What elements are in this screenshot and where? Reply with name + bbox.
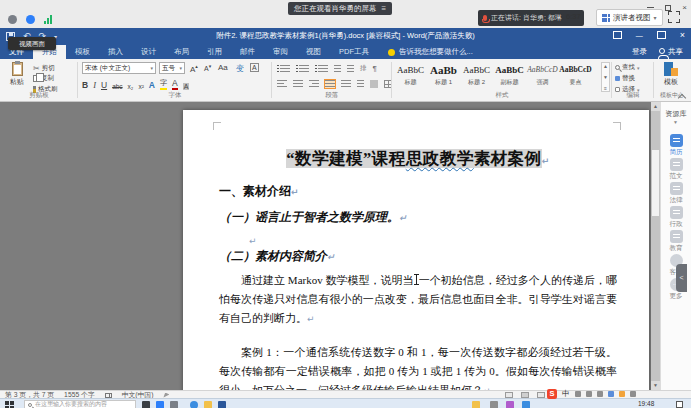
taskbar-app-icon[interactable] <box>170 401 178 408</box>
document-page[interactable]: “数学建模”课程思政教学素材案例↵ 一、素材介绍↵ （一）谣言止于智者之数学原理… <box>183 110 649 390</box>
phonetic-guide-button[interactable]: 变 <box>236 63 244 74</box>
sort-icon[interactable]: 排 <box>360 64 367 73</box>
replace-button[interactable]: 替换 <box>615 74 635 83</box>
proofing-icon[interactable] <box>105 393 112 398</box>
tab-pdf-tools[interactable]: PDF工具 <box>330 45 378 59</box>
scroll-up-icon[interactable]: ▲ <box>651 102 660 111</box>
style-subtitle[interactable]: AaBbC 副标题 <box>493 62 526 92</box>
word-minimize-icon[interactable]: — <box>636 32 643 39</box>
ime-emoji-icon[interactable] <box>586 391 592 397</box>
character-border-button[interactable]: A <box>250 63 259 72</box>
mic-icon[interactable] <box>597 391 603 397</box>
underline-button[interactable]: U <box>101 80 107 90</box>
scroll-down-icon[interactable]: ▼ <box>651 381 660 390</box>
distribute-icon[interactable] <box>341 80 351 88</box>
superscript-button[interactable]: x² <box>138 83 143 90</box>
font-size-combo[interactable]: 五号 ▾ <box>159 62 185 74</box>
scroll-up-icon[interactable]: ▲ <box>603 63 608 69</box>
taskbar-app-icon[interactable] <box>142 401 150 408</box>
browser-icon[interactable] <box>190 401 198 408</box>
tab-references[interactable]: 引用 <box>198 45 231 59</box>
copy-button[interactable]: 复制 <box>33 74 54 83</box>
style-emphasis[interactable]: AaBbCcD 强调 <box>526 62 559 92</box>
minimize-icon[interactable] <box>647 7 654 8</box>
tab-layout[interactable]: 布局 <box>165 45 198 59</box>
taskbar-clock[interactable]: 19:48 <box>638 400 654 407</box>
show-marks-icon[interactable]: ¶ <box>373 64 377 73</box>
increase-indent-icon[interactable] <box>347 65 354 72</box>
fullscreen-button[interactable] <box>668 11 680 23</box>
close-icon[interactable]: × <box>682 3 687 12</box>
keyboard-icon[interactable] <box>608 391 614 397</box>
sidebar-item-legal[interactable]: 法律 <box>661 182 691 205</box>
decrease-indent-icon[interactable] <box>334 65 341 72</box>
word-close-icon[interactable]: × <box>680 30 685 40</box>
numbering-icon[interactable] <box>299 65 309 73</box>
tab-review[interactable]: 审阅 <box>264 45 297 59</box>
sogou-logo-icon[interactable]: S <box>547 389 557 399</box>
align-center-icon[interactable] <box>293 80 303 88</box>
italic-button[interactable]: I <box>93 80 96 90</box>
info-icon[interactable] <box>8 15 17 24</box>
tab-mailings[interactable]: 邮件 <box>231 45 264 59</box>
align-right-icon[interactable] <box>309 80 319 88</box>
tray-app-icon[interactable] <box>522 401 530 408</box>
collapse-ribbon-icon[interactable] <box>678 94 686 99</box>
font-color-button[interactable]: A <box>172 78 178 90</box>
sidebar-item-samples[interactable]: 范文 <box>661 158 691 181</box>
tray-app-icon[interactable] <box>490 401 498 408</box>
shrink-font-button[interactable]: A▾ <box>204 63 211 72</box>
scrollbar-thumb[interactable] <box>652 150 659 216</box>
change-case-button[interactable]: Aa <box>218 63 228 72</box>
style-heading[interactable]: AaBbC 标题 <box>394 62 427 92</box>
maximize-icon[interactable] <box>665 5 671 11</box>
taskbar-app-icon[interactable] <box>156 401 164 408</box>
style-heading2[interactable]: AaBbC 标题 2 <box>460 62 493 92</box>
file-explorer-icon[interactable] <box>204 401 212 408</box>
bold-button[interactable]: B <box>82 80 88 90</box>
tab-template[interactable]: 模板 <box>66 45 99 59</box>
start-button[interactable] <box>5 401 14 408</box>
document-scrollbar[interactable]: ▲ ▼ <box>651 102 660 390</box>
strikethrough-button[interactable]: abc <box>112 83 122 90</box>
tab-view[interactable]: 视图 <box>297 45 330 59</box>
styles-scroll-buttons[interactable]: ▲ ▼ ≡ <box>601 62 610 92</box>
tab-insert[interactable]: 插入 <box>99 45 132 59</box>
multilevel-list-icon[interactable] <box>318 65 328 73</box>
panel-collapse-handle[interactable]: < <box>676 264 687 292</box>
style-heading1[interactable]: AaBb 标题 1 <box>427 62 460 92</box>
shading-icon[interactable] <box>370 80 378 88</box>
word-restore-icon[interactable] <box>657 31 666 39</box>
tray-app-icon[interactable] <box>472 401 480 408</box>
grow-font-button[interactable]: A▴ <box>190 63 198 74</box>
word-taskbar-icon[interactable] <box>218 401 226 408</box>
sidebar-item-education[interactable]: 教育 <box>661 230 691 253</box>
style-keypoint[interactable]: AaBbCcD 要点 <box>559 62 592 92</box>
character-shading-button[interactable]: A <box>183 83 190 90</box>
sidebar-item-resume[interactable]: 简历 <box>661 134 691 157</box>
find-button[interactable]: 查找 ▾ <box>615 63 640 72</box>
paste-button[interactable]: 粘贴 <box>5 62 29 92</box>
taskbar-search-box[interactable]: 在这里输入你要搜索的内容 <box>24 400 136 408</box>
speaker-view-button[interactable]: 演讲者视图 ▾ <box>596 9 663 26</box>
ribbon-display-options-icon[interactable] <box>613 31 622 39</box>
cut-button[interactable]: ✂ 剪切 <box>33 64 55 73</box>
subscript-button[interactable]: x₂ <box>128 83 134 90</box>
ime-language-icon[interactable]: 中 <box>562 389 570 399</box>
ime-skin-icon[interactable] <box>619 391 625 397</box>
ime-punctuation-icon[interactable] <box>575 391 581 397</box>
align-left-icon[interactable] <box>277 80 287 88</box>
tray-app-icon[interactable] <box>506 401 514 408</box>
scroll-down-icon[interactable]: ▼ <box>603 74 608 80</box>
share-button[interactable]: 共享 <box>659 47 683 57</box>
sign-in-button[interactable]: 登录 <box>632 47 647 57</box>
ime-toolbox-icon[interactable] <box>630 391 636 397</box>
tell-me-box[interactable]: 告诉我您想要做什么... <box>378 45 483 59</box>
line-spacing-icon[interactable] <box>357 80 364 88</box>
template-button[interactable]: 模板 <box>658 62 684 87</box>
text-effects-button[interactable]: A <box>149 80 155 90</box>
chevron-down-icon[interactable]: ▼ <box>673 119 678 125</box>
watching-banner[interactable]: 您正在观看肖华勇的屏幕 ≡ <box>288 2 392 15</box>
font-name-combo[interactable]: 宋体 (中文正文) ▾ <box>82 62 156 74</box>
insert-mode-icon[interactable] <box>163 393 169 398</box>
